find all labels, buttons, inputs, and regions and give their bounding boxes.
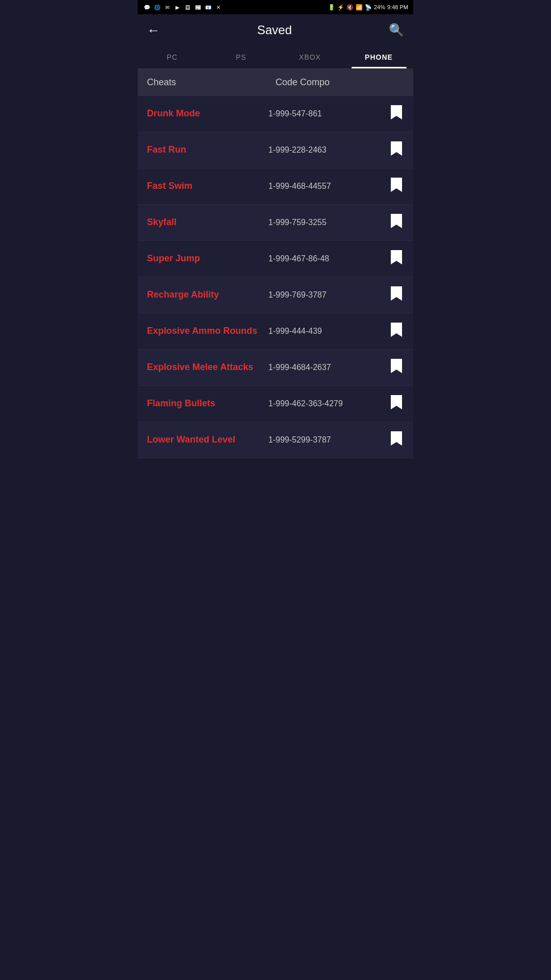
gmail-icon: ✉ <box>163 3 171 11</box>
signal-icon: 📡 <box>365 4 372 11</box>
cheat-name: Flaming Bullets <box>147 398 268 409</box>
tab-xbox[interactable]: XBOX <box>276 46 344 68</box>
bookmark-button[interactable] <box>389 105 404 122</box>
cheat-name: Recharge Ability <box>147 289 268 301</box>
bookmark-shape-icon <box>391 431 402 446</box>
time: 9:48 PM <box>387 4 408 10</box>
youtube-icon: ▶ <box>173 3 182 11</box>
tabs-container: PC PS XBOX PHONE <box>138 46 413 69</box>
bookmark-button[interactable] <box>389 286 404 304</box>
cheat-code: 1-999-759-3255 <box>268 217 389 228</box>
cheat-row: Fast Run1-999-228-2463 <box>138 132 413 168</box>
messenger-icon: 💬 <box>143 3 151 11</box>
bookmark-button[interactable] <box>389 395 404 412</box>
bookmark-shape-icon <box>391 395 402 409</box>
cheat-name: Explosive Ammo Rounds <box>147 325 268 337</box>
tab-pc[interactable]: PC <box>138 46 207 68</box>
cheat-row: Drunk Mode1-999-547-861 <box>138 96 413 132</box>
battery-percent: 24% <box>374 4 385 10</box>
bookmark-button[interactable] <box>389 431 404 449</box>
cheats-column-header: Cheats <box>147 77 276 88</box>
search-button[interactable]: 🔍 <box>389 23 404 37</box>
mute-icon: 🔇 <box>346 4 354 11</box>
cheat-row: Flaming Bullets1-999-462-363-4279 <box>138 386 413 422</box>
cheat-row: Recharge Ability1-999-769-3787 <box>138 277 413 313</box>
wifi-icon: 📶 <box>356 4 363 11</box>
bookmark-shape-icon <box>391 178 402 192</box>
tab-phone[interactable]: PHONE <box>344 46 413 68</box>
cheat-code: 1-999-4684-2637 <box>268 362 389 373</box>
bookmark-shape-icon <box>391 250 402 264</box>
bookmark-button[interactable] <box>389 323 404 340</box>
cheat-name: Fast Swim <box>147 180 268 192</box>
bookmark-button[interactable] <box>389 214 404 231</box>
tab-ps[interactable]: PS <box>207 46 276 68</box>
image-icon: 🖼 <box>184 3 192 11</box>
cheat-name: Fast Run <box>147 144 268 156</box>
bookmark-button[interactable] <box>389 178 404 195</box>
status-bar: 💬 🌐 ✉ ▶ 🖼 📰 📧 ✕ 🔋 ⚡ 🔇 📶 📡 24% 9:48 PM <box>138 0 413 14</box>
cheat-row: Super Jump1-999-467-86-48 <box>138 241 413 277</box>
cheat-row: Explosive Melee Attacks1-999-4684-2637 <box>138 350 413 386</box>
email-icon: 📧 <box>204 3 212 11</box>
top-bar: ← Saved 🔍 <box>138 14 413 46</box>
bookmark-shape-icon <box>391 286 402 301</box>
bookmark-button[interactable] <box>389 141 404 159</box>
cheats-list: Drunk Mode1-999-547-861Fast Run1-999-228… <box>138 96 413 458</box>
cheat-row: Fast Swim1-999-468-44557 <box>138 168 413 205</box>
cheat-row: Explosive Ammo Rounds1-999-444-439 <box>138 313 413 350</box>
bookmark-shape-icon <box>391 141 402 156</box>
status-left-icons: 💬 🌐 ✉ ▶ 🖼 📰 📧 ✕ <box>143 3 222 11</box>
cheat-code: 1-999-467-86-48 <box>268 254 389 264</box>
flipboard-icon: 📰 <box>194 3 202 11</box>
status-right-icons: 🔋 ⚡ 🔇 📶 📡 24% 9:48 PM <box>328 4 408 11</box>
cheat-name: Explosive Melee Attacks <box>147 361 268 373</box>
cheat-code: 1-999-547-861 <box>268 109 389 119</box>
page-title: Saved <box>257 23 292 37</box>
cheat-row: Skyfall1-999-759-3255 <box>138 205 413 241</box>
bookmark-shape-icon <box>391 323 402 337</box>
cheat-name: Lower Wanted Level <box>147 434 268 446</box>
code-column-header: Code Compo <box>276 77 404 88</box>
bookmark-shape-icon <box>391 214 402 228</box>
back-button[interactable]: ← <box>147 22 160 38</box>
cheat-code: 1-999-228-2463 <box>268 145 389 156</box>
cheat-name: Drunk Mode <box>147 108 268 119</box>
bluetooth-icon: ⚡ <box>337 4 344 11</box>
close-icon: ✕ <box>214 3 222 11</box>
cheat-code: 1-999-5299-3787 <box>268 435 389 446</box>
cheat-code: 1-999-462-363-4279 <box>268 399 389 409</box>
browser-icon: 🌐 <box>153 3 161 11</box>
cheat-code: 1-999-468-44557 <box>268 181 389 192</box>
cheat-name: Super Jump <box>147 253 268 264</box>
battery-icon: 🔋 <box>328 4 335 11</box>
table-header: Cheats Code Compo <box>138 69 413 96</box>
cheat-code: 1-999-444-439 <box>268 326 389 337</box>
bookmark-button[interactable] <box>389 250 404 267</box>
bookmark-button[interactable] <box>389 359 404 376</box>
cheat-code: 1-999-769-3787 <box>268 290 389 301</box>
bookmark-shape-icon <box>391 105 402 119</box>
bookmark-shape-icon <box>391 359 402 373</box>
cheat-name: Skyfall <box>147 216 268 228</box>
cheat-row: Lower Wanted Level1-999-5299-3787 <box>138 422 413 458</box>
